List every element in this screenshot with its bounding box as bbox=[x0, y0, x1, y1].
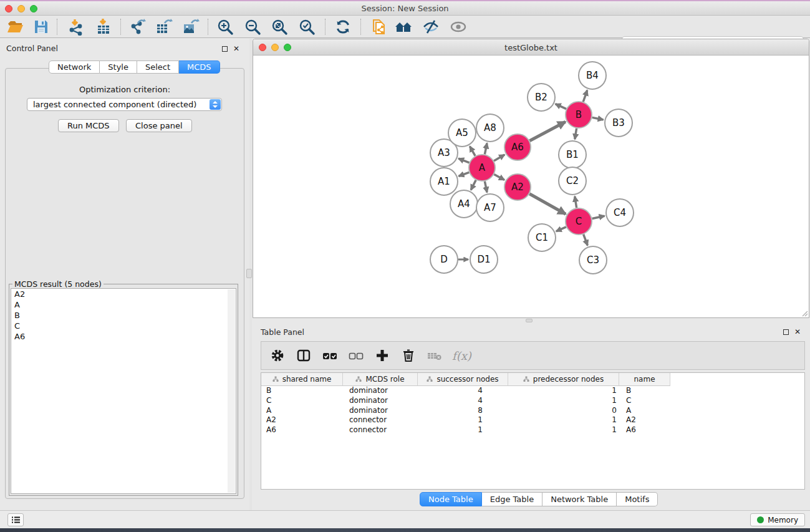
tab-network-table[interactable]: Network Table bbox=[542, 492, 617, 506]
hide-selection-icon[interactable] bbox=[421, 17, 441, 36]
edge-A-A4[interactable] bbox=[471, 180, 476, 190]
edge-C-C1[interactable] bbox=[556, 227, 566, 231]
close-panel-icon[interactable]: ✕ bbox=[233, 46, 239, 52]
float-panel-icon[interactable] bbox=[222, 46, 228, 52]
edge-A-A7[interactable] bbox=[485, 181, 487, 193]
edge-C-C4[interactable] bbox=[592, 216, 605, 218]
node-A7[interactable]: A7 bbox=[476, 194, 504, 221]
network-canvas[interactable]: AA1A2A3A4A5A6A7A8BB1B2B3B4CC1C2C3C4DD1 bbox=[253, 56, 809, 317]
edge-B-B4[interactable] bbox=[583, 90, 587, 102]
table-row[interactable]: A2connector11A2 bbox=[261, 415, 804, 425]
close-panel-button[interactable]: Close panel bbox=[126, 119, 192, 132]
table-row[interactable]: Adominator80A bbox=[261, 406, 804, 416]
zoom-in-icon[interactable] bbox=[215, 17, 235, 36]
refresh-layout-icon[interactable] bbox=[333, 17, 353, 36]
function-builder-icon[interactable]: f(x) bbox=[452, 349, 471, 362]
scrollbar-track[interactable] bbox=[228, 289, 235, 493]
save-session-icon[interactable] bbox=[31, 17, 51, 36]
node-A5[interactable]: A5 bbox=[448, 119, 476, 147]
export-image-icon[interactable] bbox=[181, 17, 201, 36]
memory-button[interactable]: Memory bbox=[750, 513, 805, 526]
resize-grip-icon[interactable] bbox=[801, 309, 808, 317]
import-network-icon[interactable] bbox=[66, 17, 86, 36]
node-A8[interactable]: A8 bbox=[476, 114, 504, 142]
vertical-splitter-handle[interactable] bbox=[246, 269, 252, 278]
edge-A-A6[interactable] bbox=[494, 155, 504, 161]
node-A2[interactable]: A2 bbox=[504, 174, 531, 200]
edge-B-B2[interactable] bbox=[556, 104, 566, 109]
settings-gear-icon[interactable] bbox=[269, 347, 286, 364]
deselect-all-icon[interactable] bbox=[347, 347, 365, 364]
node-C3[interactable]: C3 bbox=[579, 246, 607, 274]
column-header-MCDS-role[interactable]: MCDS role bbox=[343, 373, 418, 386]
edge-B-B3[interactable] bbox=[592, 117, 604, 120]
mcds-result-item[interactable]: A2 bbox=[11, 289, 236, 299]
edge-C-C3[interactable] bbox=[584, 235, 588, 246]
node-A6[interactable]: A6 bbox=[504, 134, 531, 160]
mcds-result-list[interactable]: A2ABCA6 bbox=[11, 288, 236, 494]
node-C1[interactable]: C1 bbox=[528, 224, 556, 251]
column-header-name[interactable]: name bbox=[619, 373, 670, 386]
node-B[interactable]: B bbox=[566, 102, 592, 128]
node-D[interactable]: D bbox=[430, 246, 458, 273]
tab-network[interactable]: Network bbox=[49, 60, 100, 74]
mcds-result-item[interactable]: C bbox=[11, 321, 236, 331]
tab-motifs[interactable]: Motifs bbox=[617, 492, 658, 506]
node-A4[interactable]: A4 bbox=[450, 190, 478, 218]
node-B1[interactable]: B1 bbox=[559, 141, 586, 168]
mcds-result-item[interactable]: A bbox=[11, 299, 236, 310]
edge-B-B1[interactable] bbox=[575, 128, 577, 140]
table-row[interactable]: A6connector11A6 bbox=[261, 425, 804, 435]
show-columns-icon[interactable] bbox=[295, 347, 312, 364]
optimization-criterion-select[interactable]: largest connected component (directed) bbox=[27, 98, 222, 111]
mcds-result-item[interactable]: A6 bbox=[11, 331, 236, 342]
export-network-icon[interactable] bbox=[128, 17, 148, 36]
edge-A-A1[interactable] bbox=[459, 172, 470, 176]
zoom-fit-icon[interactable] bbox=[269, 17, 289, 36]
export-table-icon[interactable] bbox=[154, 17, 174, 36]
tab-edge-table[interactable]: Edge Table bbox=[482, 492, 542, 506]
close-table-panel-icon[interactable]: ✕ bbox=[794, 329, 801, 335]
show-selection-icon[interactable] bbox=[448, 17, 468, 36]
column-header-successor-nodes[interactable]: successor nodes bbox=[418, 373, 508, 386]
zoom-selected-icon[interactable] bbox=[297, 17, 317, 36]
node-C2[interactable]: C2 bbox=[559, 167, 586, 195]
edge-A2-C[interactable] bbox=[529, 194, 566, 214]
edge-A-A8[interactable] bbox=[485, 143, 487, 154]
add-column-icon[interactable] bbox=[374, 347, 391, 364]
run-mcds-button[interactable]: Run MCDS bbox=[58, 119, 119, 132]
column-header-predecessor-nodes[interactable]: predecessor nodes bbox=[508, 373, 619, 386]
float-table-panel-icon[interactable] bbox=[783, 329, 789, 335]
select-all-check-icon[interactable] bbox=[321, 347, 339, 364]
node-D1[interactable]: D1 bbox=[470, 246, 498, 273]
open-file-icon[interactable] bbox=[5, 17, 25, 36]
node-B2[interactable]: B2 bbox=[528, 84, 555, 111]
node-B3[interactable]: B3 bbox=[605, 109, 632, 137]
delete-column-icon[interactable] bbox=[400, 347, 417, 364]
edge-A-A5[interactable] bbox=[470, 147, 475, 156]
tab-select[interactable]: Select bbox=[137, 60, 179, 74]
zoom-out-icon[interactable] bbox=[243, 17, 263, 36]
node-A[interactable]: A bbox=[469, 155, 495, 181]
task-history-button[interactable] bbox=[7, 513, 24, 526]
tab-mcds[interactable]: MCDS bbox=[179, 60, 220, 74]
node-B4[interactable]: B4 bbox=[579, 62, 606, 89]
table-row[interactable]: Bdominator41B bbox=[261, 386, 804, 396]
node-table[interactable]: shared nameMCDS rolesuccessor nodesprede… bbox=[261, 372, 805, 490]
home-view-icon[interactable] bbox=[393, 17, 413, 36]
table-row[interactable]: Cdominator41C bbox=[261, 396, 804, 406]
delete-table-icon[interactable] bbox=[426, 347, 443, 364]
network-window-titlebar[interactable]: testGlobe.txt bbox=[253, 39, 809, 56]
node-C4[interactable]: C4 bbox=[606, 199, 634, 226]
import-table-icon[interactable] bbox=[94, 17, 113, 36]
edge-A6-B[interactable] bbox=[529, 122, 565, 140]
edge-A-A2[interactable] bbox=[494, 175, 504, 180]
edge-C-C2[interactable] bbox=[575, 196, 577, 208]
mcds-result-item[interactable]: B bbox=[11, 310, 236, 321]
column-header-shared-name[interactable]: shared name bbox=[261, 373, 343, 386]
clone-network-icon[interactable] bbox=[369, 17, 389, 36]
tab-style[interactable]: Style bbox=[100, 60, 137, 74]
edge-A-A3[interactable] bbox=[458, 158, 469, 163]
tab-node-table[interactable]: Node Table bbox=[420, 492, 482, 506]
horizontal-splitter-handle[interactable] bbox=[526, 319, 533, 322]
